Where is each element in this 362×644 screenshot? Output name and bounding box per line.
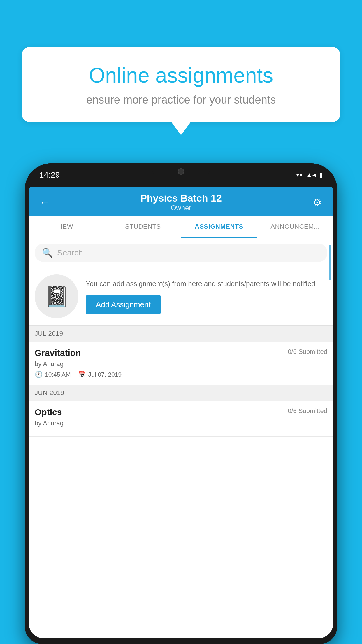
battery-icon: ▮	[319, 171, 323, 179]
speech-bubble-subtitle: ensure more practice for your students	[42, 94, 320, 106]
notebook-icon: 📓	[44, 284, 69, 308]
phone-frame: 14:29 ▾▾ ▲◂ ▮ ← Physics Batch 12 Owner ⚙…	[25, 163, 337, 644]
app-header: ← Physics Batch 12 Owner ⚙	[29, 187, 333, 216]
assignment-item-gravitation[interactable]: Gravitation 0/6 Submitted by Anurag 🕐 10…	[29, 342, 333, 385]
clock-icon: 🕐	[35, 371, 43, 378]
wifi-icon: ▾▾	[296, 171, 303, 179]
speech-bubble-title: Online assignments	[42, 63, 320, 88]
month-jul-2019: JUL 2019	[29, 326, 333, 342]
assignment-author-optics: by Anurag	[35, 419, 327, 427]
assignment-time-gravitation: 🕐 10:45 AM	[35, 371, 71, 378]
settings-button[interactable]: ⚙	[310, 197, 324, 208]
month-jun-2019: JUN 2019	[29, 385, 333, 401]
add-assignment-desc: You can add assignment(s) from here and …	[86, 279, 327, 289]
phone-notch	[152, 163, 210, 179]
assignment-item-optics[interactable]: Optics 0/6 Submitted by Anurag	[29, 401, 333, 437]
add-assignment-button[interactable]: Add Assignment	[86, 295, 161, 314]
assignment-submitted-gravitation: 0/6 Submitted	[288, 348, 327, 356]
phone-screen: ← Physics Batch 12 Owner ⚙ IEW STUDENTS …	[29, 187, 333, 638]
phone-time: 14:29	[39, 170, 60, 180]
assignment-item-header-optics: Optics 0/6 Submitted	[35, 407, 327, 417]
tab-assignments[interactable]: ASSIGNMENTS	[181, 216, 257, 238]
header-center: Physics Batch 12 Owner	[52, 192, 310, 212]
speech-bubble: Online assignments ensure more practice …	[22, 47, 340, 122]
phone-status-icons: ▾▾ ▲◂ ▮	[296, 171, 323, 179]
add-assignment-content: You can add assignment(s) from here and …	[86, 279, 327, 314]
search-bar[interactable]: 🔍 Search	[35, 244, 327, 262]
assignment-item-header: Gravitation 0/6 Submitted	[35, 348, 327, 358]
assignment-title-gravitation: Gravitation	[35, 348, 81, 358]
header-subtitle: Owner	[52, 204, 310, 212]
phone-camera	[178, 168, 184, 175]
search-container: 🔍 Search	[29, 238, 333, 267]
tab-announcements[interactable]: ANNOUNCEM...	[257, 216, 333, 238]
assignment-icon-circle: 📓	[35, 274, 78, 318]
assignment-meta-gravitation: 🕐 10:45 AM 📅 Jul 07, 2019	[35, 371, 327, 378]
speech-bubble-container: Online assignments ensure more practice …	[22, 47, 340, 122]
signal-icon: ▲◂	[306, 171, 316, 179]
tabs-container: IEW STUDENTS ASSIGNMENTS ANNOUNCEM...	[29, 216, 333, 238]
assignment-submitted-optics: 0/6 Submitted	[288, 407, 327, 415]
assignment-title-optics: Optics	[35, 407, 62, 417]
tab-students[interactable]: STUDENTS	[105, 216, 181, 238]
search-icon: 🔍	[42, 248, 53, 258]
add-assignment-section: 📓 You can add assignment(s) from here an…	[29, 267, 333, 326]
phone-status-bar: 14:29 ▾▾ ▲◂ ▮	[25, 163, 337, 187]
back-button[interactable]: ←	[38, 196, 52, 209]
calendar-icon: 📅	[78, 371, 86, 378]
search-placeholder: Search	[57, 248, 83, 258]
header-title: Physics Batch 12	[52, 192, 310, 204]
assignment-date-gravitation: 📅 Jul 07, 2019	[78, 371, 122, 378]
scroll-indicator	[329, 245, 331, 280]
tab-iew[interactable]: IEW	[29, 216, 105, 238]
assignment-author-gravitation: by Anurag	[35, 360, 327, 368]
